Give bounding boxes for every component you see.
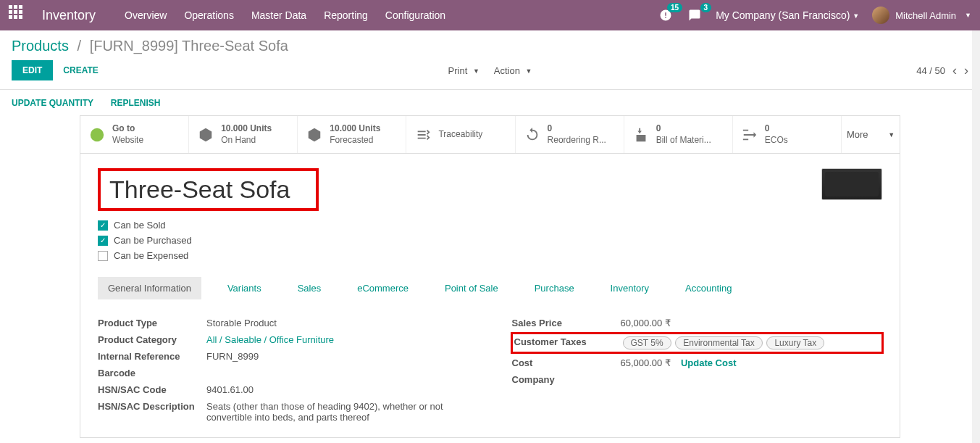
action-bar: UPDATE QUANTITY REPLENISH	[0, 90, 980, 115]
tab-sales[interactable]: Sales	[288, 277, 332, 299]
checkbox-icon	[98, 251, 108, 261]
stat-ecos[interactable]: 0ECOs	[733, 116, 842, 153]
stat-reordering[interactable]: 0Reordering R...	[516, 116, 624, 153]
tab-accounting[interactable]: Accounting	[675, 277, 742, 299]
nav-menu: Overview Operations Master Data Reportin…	[125, 9, 445, 21]
tab-general-information[interactable]: General Information	[98, 277, 201, 299]
print-dropdown[interactable]: Print ▼	[448, 65, 479, 76]
stat-forecast[interactable]: 10.000 UnitsForecasted	[298, 116, 406, 153]
chat-icon[interactable]: 3	[687, 7, 703, 23]
update-cost-link[interactable]: Update Cost	[681, 357, 737, 368]
stat-traceability[interactable]: Traceability	[406, 116, 515, 153]
stat-button-row: Go toWebsite 10.000 UnitsOn Hand 10.000 …	[80, 115, 900, 154]
breadcrumb-current: [FURN_8999] Three-Seat Sofa	[90, 38, 288, 54]
field-internal-ref: Internal ReferenceFURN_8999	[98, 351, 469, 362]
field-company: Company	[512, 374, 883, 385]
tab-ecommerce[interactable]: eCommerce	[347, 277, 419, 299]
activity-icon[interactable]: 15	[658, 7, 674, 23]
breadcrumb-root[interactable]: Products	[12, 38, 69, 54]
breadcrumb: Products / [FURN_8999] Three-Seat Sofa	[0, 30, 980, 57]
create-button[interactable]: CREATE	[63, 65, 98, 75]
field-product-category: Product CategoryAll / Saleable / Office …	[98, 334, 469, 345]
pager-text: 44 / 50	[916, 65, 945, 76]
tab-purchase[interactable]: Purchase	[524, 277, 585, 299]
customer-taxes-tags: GST 5% Environmental Tax Luxury Tax	[623, 336, 881, 349]
action-dropdown[interactable]: Action ▼	[494, 65, 532, 76]
tab-inventory[interactable]: Inventory	[600, 277, 659, 299]
activity-badge: 15	[667, 3, 682, 12]
stat-bom[interactable]: 0Bill of Materi...	[624, 116, 733, 153]
top-navbar: Inventory Overview Operations Master Dat…	[0, 0, 980, 30]
user-menu[interactable]: Mitchell Admin▼	[872, 7, 971, 24]
avatar	[872, 7, 889, 24]
nav-overview[interactable]: Overview	[125, 9, 167, 21]
check-can-be-sold[interactable]: ✓Can be Sold	[98, 220, 319, 231]
svg-point-0	[91, 128, 104, 141]
nav-masterdata[interactable]: Master Data	[251, 9, 306, 21]
tab-variants[interactable]: Variants	[217, 277, 272, 299]
stat-website[interactable]: Go toWebsite	[80, 116, 189, 153]
field-product-type: Product TypeStorable Product	[98, 318, 469, 328]
checkbox-icon: ✓	[98, 220, 108, 231]
field-hsn-desc: HSN/SAC DescriptionSeats (other than tho…	[98, 401, 469, 423]
product-name: Three-Seat Sofa	[109, 175, 290, 204]
field-hsn-code: HSN/SAC Code9401.61.00	[98, 384, 469, 395]
stat-more[interactable]: More ▼	[842, 116, 900, 153]
product-name-highlight: Three-Seat Sofa	[98, 168, 319, 211]
field-cost: Cost65,000.00 ₹Update Cost	[512, 357, 883, 368]
field-customer-taxes-highlight: Customer Taxes GST 5% Environmental Tax …	[511, 332, 884, 354]
app-brand[interactable]: Inventory	[42, 8, 96, 23]
replenish-button[interactable]: REPLENISH	[111, 98, 161, 108]
update-quantity-button[interactable]: UPDATE QUANTITY	[12, 98, 93, 108]
tab-pos[interactable]: Point of Sale	[435, 277, 508, 299]
control-bar: EDIT CREATE Print ▼ Action ▼ 44 / 50 ‹ ›	[0, 57, 980, 88]
field-sales-price: Sales Price60,000.00 ₹	[512, 318, 883, 328]
edit-button[interactable]: EDIT	[12, 60, 53, 80]
pager-prev[interactable]: ‹	[952, 63, 957, 78]
pager-next[interactable]: ›	[964, 63, 968, 78]
tax-tag[interactable]: Environmental Tax	[675, 336, 763, 349]
scrollbar[interactable]	[972, 30, 980, 443]
company-switcher[interactable]: My Company (San Francisco)▼	[716, 9, 859, 21]
stat-onhand[interactable]: 10.000 UnitsOn Hand	[189, 116, 298, 153]
nav-configuration[interactable]: Configuration	[385, 9, 445, 21]
tax-tag[interactable]: GST 5%	[623, 336, 671, 349]
apps-icon[interactable]	[9, 5, 29, 25]
tab-bar: General Information Variants Sales eComm…	[98, 277, 882, 300]
field-barcode: Barcode	[98, 368, 469, 378]
nav-operations[interactable]: Operations	[184, 9, 233, 21]
form-sheet: Three-Seat Sofa ✓Can be Sold ✓Can be Pur…	[80, 154, 900, 438]
check-can-be-purchased[interactable]: ✓Can be Purchased	[98, 235, 319, 246]
checkbox-icon: ✓	[98, 236, 108, 246]
product-image[interactable]	[821, 168, 882, 200]
nav-reporting[interactable]: Reporting	[324, 9, 368, 21]
check-can-be-expensed[interactable]: Can be Expensed	[98, 250, 319, 261]
tax-tag[interactable]: Luxury Tax	[766, 336, 824, 349]
chat-badge: 3	[700, 3, 712, 12]
